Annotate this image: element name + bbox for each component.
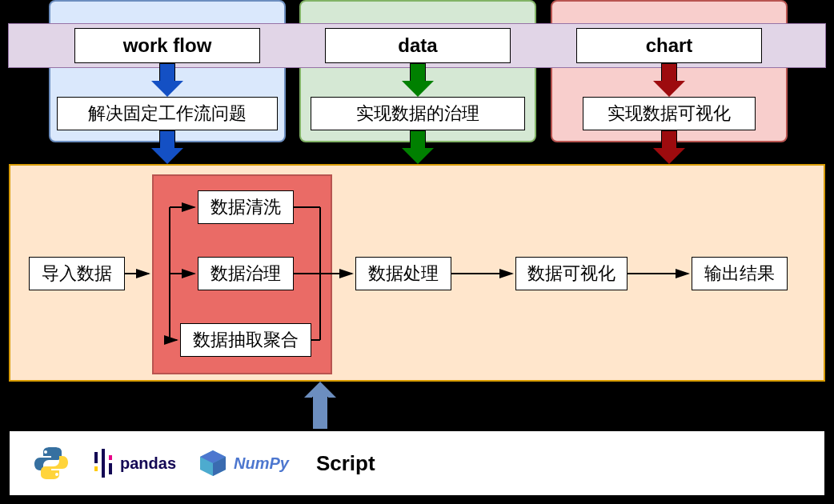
- node-data-clean: 数据清洗: [198, 190, 294, 224]
- pandas-icon: [93, 449, 114, 478]
- arrow-down-icon: [402, 130, 434, 164]
- numpy-logo-label: NumPy: [234, 454, 289, 473]
- arrow-down-icon: [653, 63, 685, 97]
- node-data-govern-label: 数据治理: [211, 262, 281, 286]
- arrow-down-icon: [151, 130, 183, 164]
- desc-workflow-label: 解决固定工作流问题: [88, 102, 247, 126]
- node-data-govern: 数据治理: [198, 257, 294, 290]
- svg-rect-16: [102, 449, 105, 478]
- header-data-label: data: [398, 34, 437, 57]
- node-import-data-label: 导入数据: [42, 262, 112, 286]
- svg-rect-14: [94, 452, 98, 463]
- arrow-up-icon: [304, 382, 336, 430]
- header-workflow: work flow: [74, 28, 260, 63]
- script-label: Script: [316, 451, 375, 476]
- python-logo: [32, 444, 70, 482]
- script-toolbar: pandas NumPy Script: [9, 430, 825, 496]
- node-output: 输出结果: [692, 257, 788, 290]
- node-data-clean-label: 数据清洗: [211, 195, 281, 219]
- svg-point-12: [44, 450, 47, 454]
- node-data-process-label: 数据处理: [368, 262, 439, 286]
- desc-chart: 实现数据可视化: [583, 97, 756, 130]
- svg-rect-15: [94, 466, 98, 471]
- numpy-logo: NumPy: [198, 449, 289, 478]
- header-workflow-label: work flow: [123, 34, 212, 57]
- svg-point-13: [55, 473, 58, 476]
- desc-data-label: 实现数据的治理: [356, 102, 479, 126]
- arrow-down-icon: [653, 130, 685, 164]
- node-data-vis: 数据可视化: [515, 257, 628, 290]
- desc-workflow: 解决固定工作流问题: [57, 97, 278, 130]
- pandas-logo: pandas: [93, 449, 176, 478]
- node-import-data: 导入数据: [29, 257, 125, 290]
- node-data-vis-label: 数据可视化: [527, 262, 615, 286]
- svg-rect-18: [109, 463, 112, 474]
- node-data-aggregate-label: 数据抽取聚合: [193, 328, 299, 352]
- header-chart: chart: [576, 28, 762, 63]
- svg-rect-17: [109, 455, 112, 460]
- python-icon: [32, 444, 70, 482]
- node-output-label: 输出结果: [704, 262, 775, 286]
- arrow-down-icon: [402, 63, 434, 97]
- pandas-logo-label: pandas: [120, 454, 176, 473]
- node-data-aggregate: 数据抽取聚合: [180, 323, 311, 357]
- desc-chart-label: 实现数据可视化: [607, 102, 731, 126]
- desc-data: 实现数据的治理: [311, 97, 525, 130]
- header-chart-label: chart: [646, 34, 693, 57]
- numpy-icon: [198, 449, 227, 478]
- header-data: data: [325, 28, 511, 63]
- arrow-down-icon: [151, 63, 183, 97]
- node-data-process: 数据处理: [355, 257, 451, 290]
